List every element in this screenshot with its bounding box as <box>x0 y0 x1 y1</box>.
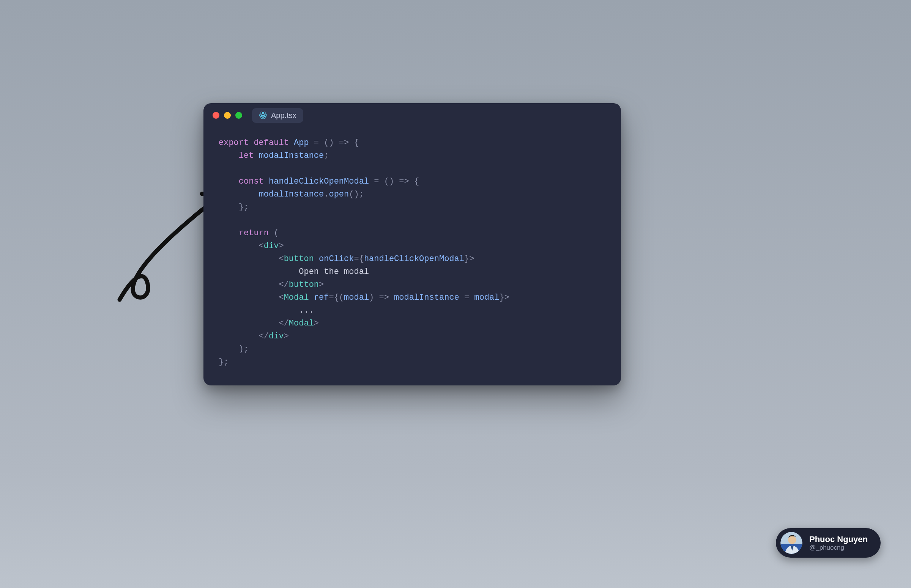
code-line: ); <box>218 343 606 356</box>
code-line: <div> <box>218 240 606 253</box>
author-handle: @_phuocng <box>809 544 868 552</box>
code-line <box>218 162 606 175</box>
code-window: App.tsx export default App = () => { let… <box>204 103 621 385</box>
svg-point-0 <box>262 115 264 116</box>
code-line: modalInstance.open(); <box>218 188 606 201</box>
close-icon[interactable] <box>212 112 219 119</box>
file-tab[interactable]: App.tsx <box>252 108 303 123</box>
avatar <box>780 532 803 554</box>
minimize-icon[interactable] <box>224 112 231 119</box>
code-line: export default App = () => { <box>218 137 606 149</box>
author-badge[interactable]: Phuoc Nguyen @_phuocng <box>776 528 881 558</box>
traffic-lights <box>212 112 242 119</box>
code-line: let modalInstance; <box>218 149 606 162</box>
code-line: ... <box>218 304 606 317</box>
svg-point-7 <box>788 536 796 544</box>
code-line: <Modal ref={(modal) => modalInstance = m… <box>218 291 606 304</box>
author-name: Phuoc Nguyen <box>809 535 868 544</box>
code-line: </div> <box>218 330 606 343</box>
code-line: }; <box>218 201 606 214</box>
react-icon <box>259 111 267 120</box>
code-block: export default App = () => { let modalIn… <box>204 128 621 385</box>
window-titlebar: App.tsx <box>204 103 621 128</box>
code-line: return ( <box>218 227 606 240</box>
code-line: Open the modal <box>218 265 606 278</box>
code-line: }; <box>218 356 606 369</box>
code-line: <button onClick={handleClickOpenModal}> <box>218 253 606 265</box>
code-line: const handleClickOpenModal = () => { <box>218 175 606 188</box>
zoom-icon[interactable] <box>235 112 242 119</box>
code-line: </Modal> <box>218 317 606 330</box>
code-line: </button> <box>218 278 606 291</box>
code-line <box>218 214 606 227</box>
tab-filename: App.tsx <box>271 111 296 120</box>
